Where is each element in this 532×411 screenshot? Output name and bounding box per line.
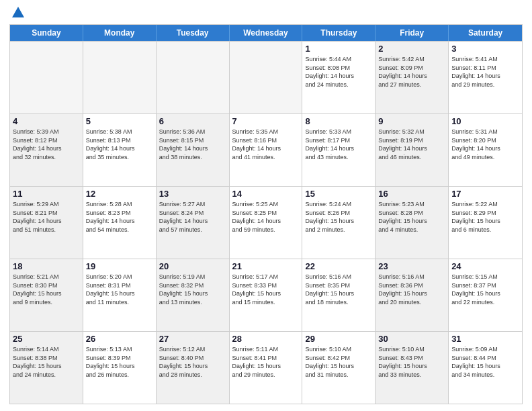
calendar-header-cell: Friday xyxy=(375,25,449,41)
calendar-cell: 8Sunrise: 5:33 AM Sunset: 8:17 PM Daylig… xyxy=(302,114,375,186)
day-number: 14 xyxy=(232,189,300,199)
calendar-cell: 27Sunrise: 5:12 AM Sunset: 8:40 PM Dayli… xyxy=(157,332,230,404)
day-detail: Sunrise: 5:22 AM Sunset: 8:29 PM Dayligh… xyxy=(451,200,519,234)
day-number: 26 xyxy=(86,334,153,344)
calendar-cell: 14Sunrise: 5:25 AM Sunset: 8:25 PM Dayli… xyxy=(230,187,303,259)
day-detail: Sunrise: 5:36 AM Sunset: 8:15 PM Dayligh… xyxy=(159,128,226,161)
day-detail: Sunrise: 5:23 AM Sunset: 8:28 PM Dayligh… xyxy=(378,200,445,234)
day-detail: Sunrise: 5:44 AM Sunset: 8:08 PM Dayligh… xyxy=(305,55,372,89)
logo-flag-icon xyxy=(11,5,26,20)
day-number: 16 xyxy=(378,189,445,199)
calendar-cell: 10Sunrise: 5:31 AM Sunset: 8:20 PM Dayli… xyxy=(449,114,522,186)
day-number: 27 xyxy=(159,334,226,344)
calendar-cell: 11Sunrise: 5:29 AM Sunset: 8:21 PM Dayli… xyxy=(10,187,83,259)
calendar-cell: 29Sunrise: 5:10 AM Sunset: 8:42 PM Dayli… xyxy=(302,332,375,404)
calendar-cell: 20Sunrise: 5:19 AM Sunset: 8:32 PM Dayli… xyxy=(157,259,230,331)
calendar-cell: 9Sunrise: 5:32 AM Sunset: 8:19 PM Daylig… xyxy=(375,114,449,186)
calendar-cell: 28Sunrise: 5:11 AM Sunset: 8:41 PM Dayli… xyxy=(230,332,303,404)
day-number: 2 xyxy=(378,44,445,54)
day-number: 10 xyxy=(451,116,519,126)
calendar-cell: 7Sunrise: 5:35 AM Sunset: 8:16 PM Daylig… xyxy=(230,114,303,186)
day-detail: Sunrise: 5:29 AM Sunset: 8:21 PM Dayligh… xyxy=(13,200,80,234)
day-detail: Sunrise: 5:19 AM Sunset: 8:32 PM Dayligh… xyxy=(159,273,226,306)
day-number: 12 xyxy=(86,189,153,199)
day-detail: Sunrise: 5:41 AM Sunset: 8:11 PM Dayligh… xyxy=(451,55,519,89)
day-number: 17 xyxy=(451,189,519,199)
calendar-cell: 3Sunrise: 5:41 AM Sunset: 8:11 PM Daylig… xyxy=(449,42,522,113)
day-detail: Sunrise: 5:14 AM Sunset: 8:38 PM Dayligh… xyxy=(13,345,80,379)
day-number: 25 xyxy=(13,334,80,344)
day-detail: Sunrise: 5:21 AM Sunset: 8:30 PM Dayligh… xyxy=(13,273,80,306)
day-number: 15 xyxy=(305,189,372,199)
day-detail: Sunrise: 5:33 AM Sunset: 8:17 PM Dayligh… xyxy=(305,128,372,161)
day-number: 29 xyxy=(305,334,372,344)
day-number: 18 xyxy=(13,261,80,271)
day-detail: Sunrise: 5:27 AM Sunset: 8:24 PM Dayligh… xyxy=(159,200,226,234)
day-number: 11 xyxy=(13,189,80,199)
day-detail: Sunrise: 5:32 AM Sunset: 8:19 PM Dayligh… xyxy=(378,128,445,161)
calendar-row: 1Sunrise: 5:44 AM Sunset: 8:08 PM Daylig… xyxy=(10,41,522,113)
day-detail: Sunrise: 5:20 AM Sunset: 8:31 PM Dayligh… xyxy=(86,273,153,306)
day-number: 21 xyxy=(232,261,300,271)
calendar-cell: 23Sunrise: 5:16 AM Sunset: 8:36 PM Dayli… xyxy=(375,259,449,331)
logo xyxy=(9,7,26,19)
day-detail: Sunrise: 5:09 AM Sunset: 8:44 PM Dayligh… xyxy=(451,345,519,379)
calendar-cell: 25Sunrise: 5:14 AM Sunset: 8:38 PM Dayli… xyxy=(10,332,83,404)
calendar-cell xyxy=(83,42,157,113)
day-detail: Sunrise: 5:31 AM Sunset: 8:20 PM Dayligh… xyxy=(451,128,519,161)
day-number: 20 xyxy=(159,261,226,271)
calendar-cell: 31Sunrise: 5:09 AM Sunset: 8:44 PM Dayli… xyxy=(449,332,522,404)
day-detail: Sunrise: 5:12 AM Sunset: 8:40 PM Dayligh… xyxy=(159,345,226,379)
day-number: 24 xyxy=(451,261,519,271)
calendar-header-cell: Saturday xyxy=(449,25,522,41)
calendar-header-cell: Monday xyxy=(83,25,157,41)
calendar-row: 18Sunrise: 5:21 AM Sunset: 8:30 PM Dayli… xyxy=(10,259,522,331)
day-detail: Sunrise: 5:28 AM Sunset: 8:23 PM Dayligh… xyxy=(86,200,153,234)
calendar-cell: 17Sunrise: 5:22 AM Sunset: 8:29 PM Dayli… xyxy=(449,187,522,259)
day-number: 30 xyxy=(378,334,445,344)
calendar-cell: 2Sunrise: 5:42 AM Sunset: 8:09 PM Daylig… xyxy=(375,42,449,113)
calendar-cell: 4Sunrise: 5:39 AM Sunset: 8:12 PM Daylig… xyxy=(10,114,83,186)
day-detail: Sunrise: 5:25 AM Sunset: 8:25 PM Dayligh… xyxy=(232,200,300,234)
calendar-cell: 12Sunrise: 5:28 AM Sunset: 8:23 PM Dayli… xyxy=(83,187,157,259)
calendar-header-cell: Sunday xyxy=(10,25,83,41)
day-number: 4 xyxy=(13,116,80,126)
header xyxy=(9,7,523,19)
day-number: 8 xyxy=(305,116,372,126)
day-number: 6 xyxy=(159,116,226,126)
day-number: 19 xyxy=(86,261,153,271)
day-detail: Sunrise: 5:11 AM Sunset: 8:41 PM Dayligh… xyxy=(232,345,300,379)
day-detail: Sunrise: 5:10 AM Sunset: 8:43 PM Dayligh… xyxy=(378,345,445,379)
calendar-cell: 18Sunrise: 5:21 AM Sunset: 8:30 PM Dayli… xyxy=(10,259,83,331)
calendar-row: 25Sunrise: 5:14 AM Sunset: 8:38 PM Dayli… xyxy=(10,331,522,404)
day-detail: Sunrise: 5:17 AM Sunset: 8:33 PM Dayligh… xyxy=(232,273,300,306)
calendar-cell: 19Sunrise: 5:20 AM Sunset: 8:31 PM Dayli… xyxy=(83,259,157,331)
day-number: 3 xyxy=(451,44,519,54)
day-number: 13 xyxy=(159,189,226,199)
day-detail: Sunrise: 5:24 AM Sunset: 8:26 PM Dayligh… xyxy=(305,200,372,234)
calendar-cell xyxy=(10,42,83,113)
calendar-cell: 16Sunrise: 5:23 AM Sunset: 8:28 PM Dayli… xyxy=(375,187,449,259)
calendar-header-cell: Thursday xyxy=(302,25,375,41)
calendar-cell: 15Sunrise: 5:24 AM Sunset: 8:26 PM Dayli… xyxy=(302,187,375,259)
day-number: 7 xyxy=(232,116,300,126)
calendar-cell: 13Sunrise: 5:27 AM Sunset: 8:24 PM Dayli… xyxy=(157,187,230,259)
day-detail: Sunrise: 5:15 AM Sunset: 8:37 PM Dayligh… xyxy=(451,273,519,306)
calendar-header-row: SundayMondayTuesdayWednesdayThursdayFrid… xyxy=(10,25,522,41)
calendar-cell: 6Sunrise: 5:36 AM Sunset: 8:15 PM Daylig… xyxy=(157,114,230,186)
day-detail: Sunrise: 5:42 AM Sunset: 8:09 PM Dayligh… xyxy=(378,55,445,89)
calendar-cell: 5Sunrise: 5:38 AM Sunset: 8:13 PM Daylig… xyxy=(83,114,157,186)
calendar-row: 11Sunrise: 5:29 AM Sunset: 8:21 PM Dayli… xyxy=(10,186,522,259)
day-detail: Sunrise: 5:16 AM Sunset: 8:35 PM Dayligh… xyxy=(305,273,372,306)
calendar-cell: 22Sunrise: 5:16 AM Sunset: 8:35 PM Dayli… xyxy=(302,259,375,331)
day-number: 5 xyxy=(86,116,153,126)
calendar-cell xyxy=(230,42,303,113)
calendar-body: 1Sunrise: 5:44 AM Sunset: 8:08 PM Daylig… xyxy=(10,41,522,404)
calendar: SundayMondayTuesdayWednesdayThursdayFrid… xyxy=(9,24,523,404)
day-detail: Sunrise: 5:10 AM Sunset: 8:42 PM Dayligh… xyxy=(305,345,372,379)
calendar-cell: 24Sunrise: 5:15 AM Sunset: 8:37 PM Dayli… xyxy=(449,259,522,331)
calendar-header-cell: Tuesday xyxy=(157,25,230,41)
calendar-row: 4Sunrise: 5:39 AM Sunset: 8:12 PM Daylig… xyxy=(10,113,522,186)
day-detail: Sunrise: 5:38 AM Sunset: 8:13 PM Dayligh… xyxy=(86,128,153,161)
calendar-cell: 21Sunrise: 5:17 AM Sunset: 8:33 PM Dayli… xyxy=(230,259,303,331)
